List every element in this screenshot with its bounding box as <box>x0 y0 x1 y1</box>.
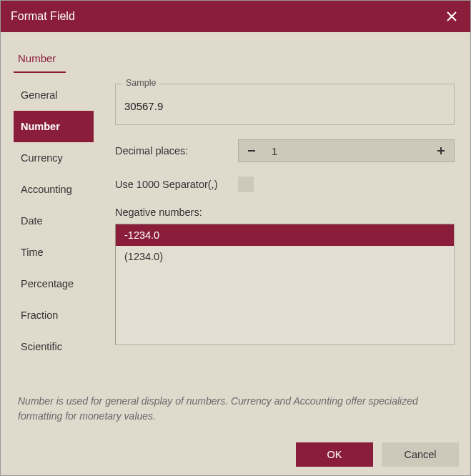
sample-box: Sample 30567.9 <box>115 84 455 125</box>
negative-option[interactable]: (1234.0) <box>116 246 454 267</box>
negative-option[interactable]: -1234.0 <box>116 224 454 246</box>
ok-button[interactable]: OK <box>296 442 373 467</box>
sample-value: 30567.9 <box>124 100 163 112</box>
dialog-body: Number General Number Currency Accountin… <box>1 32 470 434</box>
cancel-button[interactable]: Cancel <box>382 442 459 467</box>
dialog-footer: OK Cancel <box>1 434 470 475</box>
decimal-decrement-button[interactable] <box>239 140 264 162</box>
sidebar-item-time[interactable]: Time <box>14 237 94 268</box>
plus-icon <box>437 147 445 155</box>
decimal-places-row: Decimal places: 1 <box>115 139 455 162</box>
content-area: General Number Currency Accounting Date … <box>14 79 457 381</box>
dialog-title: Format Field <box>11 10 75 23</box>
tabstrip: Number <box>14 45 457 74</box>
tab-number[interactable]: Number <box>14 45 66 73</box>
sidebar-item-scientific[interactable]: Scientific <box>14 331 94 362</box>
sidebar-item-general[interactable]: General <box>14 79 94 111</box>
negative-numbers-list[interactable]: -1234.0 (1234.0) <box>115 224 455 345</box>
sidebar-item-date[interactable]: Date <box>14 205 94 237</box>
decimal-places-label: Decimal places: <box>115 145 227 157</box>
format-field-dialog: Format Field Number General Number Curre… <box>0 0 471 476</box>
sidebar-item-fraction[interactable]: Fraction <box>14 299 94 331</box>
settings-pane: Sample 30567.9 Decimal places: 1 <box>115 79 457 381</box>
sidebar-item-percentage[interactable]: Percentage <box>14 268 94 299</box>
sample-label: Sample <box>123 79 159 88</box>
sidebar-item-currency[interactable]: Currency <box>14 142 94 174</box>
format-description: Number is used for general display of nu… <box>14 381 457 434</box>
close-button[interactable] <box>443 8 460 25</box>
decimal-places-value: 1 <box>264 140 428 162</box>
decimal-increment-button[interactable] <box>428 140 454 162</box>
category-sidebar: General Number Currency Accounting Date … <box>14 79 94 381</box>
titlebar: Format Field <box>1 1 470 32</box>
thousand-separator-label: Use 1000 Separator(,) <box>115 179 227 190</box>
close-icon <box>446 11 457 22</box>
thousand-separator-row: Use 1000 Separator(,) <box>115 177 455 192</box>
thousand-separator-checkbox[interactable] <box>238 177 254 192</box>
sidebar-item-number[interactable]: Number <box>14 111 94 142</box>
minus-icon <box>247 147 256 155</box>
negative-numbers-label: Negative numbers: <box>115 207 455 218</box>
decimal-places-stepper[interactable]: 1 <box>238 139 455 162</box>
sidebar-item-accounting[interactable]: Accounting <box>14 174 94 205</box>
